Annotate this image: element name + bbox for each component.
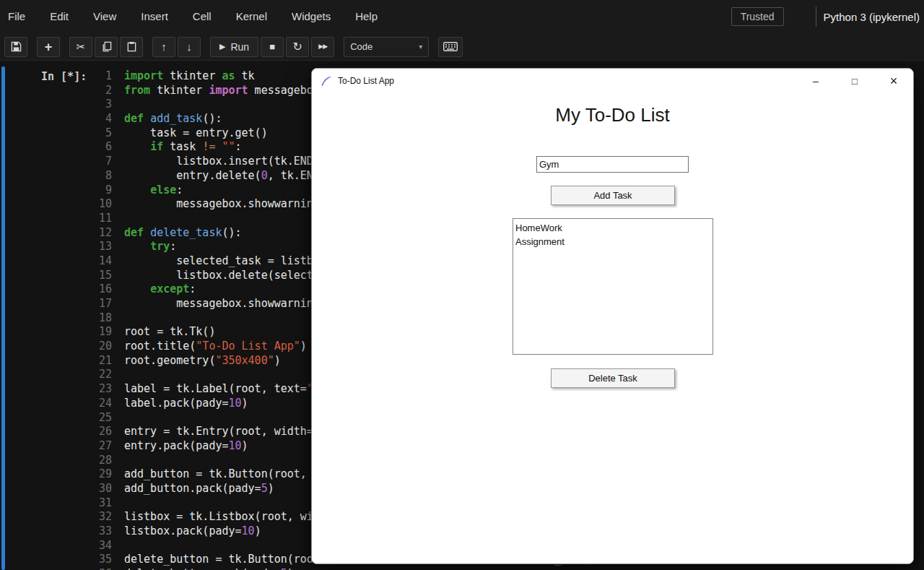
task-item[interactable]: Assignment [515,235,712,249]
trusted-badge[interactable]: Trusted [731,7,784,26]
fast-forward-icon: ▶▶ [318,43,327,50]
kernel-name: Python 3 (ipykernel) [824,11,924,23]
app-heading: My To-Do List [312,104,913,126]
menu-item-file[interactable]: File [0,0,38,33]
arrow-up-icon: ↑ [161,41,167,52]
line-number: 5 [95,126,112,141]
line-number: 30 [95,482,112,496]
line-number: 26 [95,425,112,439]
line-number: 17 [95,297,112,311]
menu-item-edit[interactable]: Edit [38,0,81,33]
line-number: 29 [95,467,112,482]
cell-input-prompt: In [*]: [41,70,87,83]
line-number: 19 [95,325,112,340]
menu-item-insert[interactable]: Insert [128,0,180,33]
paste-cell-button[interactable] [120,37,143,57]
restart-kernel-button[interactable]: ↻ [286,37,309,57]
line-number: 13 [95,240,112,254]
move-cell-down-button[interactable]: ↓ [178,37,201,57]
window-title: To-Do List App [338,76,394,86]
line-number: 25 [95,411,112,426]
window-controls: – □ × [799,69,913,93]
code-line[interactable]: 36delete_button.pack(pady=5) [95,567,924,570]
play-icon: ▶ [219,43,225,51]
save-button[interactable] [4,37,27,57]
line-number: 10 [95,197,112,212]
copy-cell-button[interactable] [95,37,118,57]
delete-task-button[interactable]: Delete Task [551,368,675,388]
line-number: 32 [95,510,112,524]
line-number: 22 [95,368,112,382]
line-number: 6 [95,140,112,155]
line-number: 2 [95,84,112,98]
line-number: 34 [95,539,112,553]
notebook-toolbar: + ✂ ↑ ↓ ▶Run ■ ↻ ▶▶ Code ▾ [0,33,924,61]
arrow-down-icon: ↓ [186,41,192,52]
window-titlebar[interactable]: To-Do List App – □ × [312,69,913,93]
command-palette-button[interactable] [438,37,463,57]
line-number: 3 [95,98,112,112]
line-number: 33 [95,524,112,539]
cut-cell-button[interactable]: ✂ [69,37,92,57]
run-label: Run [230,41,249,53]
line-number: 23 [95,382,112,397]
line-number: 15 [95,269,112,283]
line-number: 11 [95,212,112,226]
move-cell-up-button[interactable]: ↑ [152,37,175,57]
line-number: 14 [95,254,112,269]
line-number: 4 [95,112,112,126]
close-button[interactable]: × [877,69,910,93]
cell-type-select[interactable]: Code ▾ [344,37,429,57]
task-item[interactable]: HomeWork [515,221,712,235]
tk-feather-icon [321,76,331,87]
cell-type-value: Code [350,41,372,52]
line-number: 12 [95,226,112,241]
line-number: 20 [95,340,112,354]
task-listbox[interactable]: HomeWorkAssignment [513,218,713,355]
line-number: 1 [95,69,112,84]
menu-item-widgets[interactable]: Widgets [279,0,343,33]
copy-icon [101,41,112,52]
task-entry-input[interactable] [536,156,689,173]
menu-item-kernel[interactable]: Kernel [224,0,279,33]
run-button[interactable]: ▶Run [210,37,258,57]
menu-items: FileEditViewInsertCellKernelWidgetsHelp [0,0,390,33]
line-number: 35 [95,553,112,567]
keyboard-icon [443,42,458,51]
stop-icon: ■ [269,42,275,51]
line-number: 9 [95,183,112,198]
line-number: 7 [95,155,112,169]
menu-bar: FileEditViewInsertCellKernelWidgetsHelp … [0,0,924,33]
menubar-separator [816,7,816,27]
maximize-button[interactable]: □ [838,69,871,93]
chevron-down-icon: ▾ [419,43,422,51]
line-number: 27 [95,439,112,454]
menu-item-cell[interactable]: Cell [180,0,224,33]
line-number: 31 [95,496,112,511]
todo-app-window: To-Do List App – □ × My To-Do List Add T… [311,68,914,564]
window-content: My To-Do List Add Task HomeWorkAssignmen… [312,104,913,564]
scissors-icon: ✂ [77,41,86,52]
plus-icon: + [45,40,53,53]
line-number: 36 [95,567,112,570]
line-number: 21 [95,354,112,368]
add-cell-button[interactable]: + [37,37,60,57]
menu-item-help[interactable]: Help [343,0,390,33]
paste-icon [126,41,137,52]
add-task-button[interactable]: Add Task [551,186,675,205]
interrupt-kernel-button[interactable]: ■ [261,37,284,57]
line-number: 24 [95,397,112,411]
restart-icon: ↻ [292,41,302,53]
line-number: 18 [95,311,112,326]
menu-item-view[interactable]: View [81,0,128,33]
line-number: 16 [95,282,112,297]
restart-run-all-button[interactable]: ▶▶ [311,37,334,57]
line-number: 8 [95,169,112,183]
minimize-button[interactable]: – [799,69,832,93]
line-number: 28 [95,454,112,468]
save-icon [11,41,22,52]
active-cell-indicator [1,66,5,570]
